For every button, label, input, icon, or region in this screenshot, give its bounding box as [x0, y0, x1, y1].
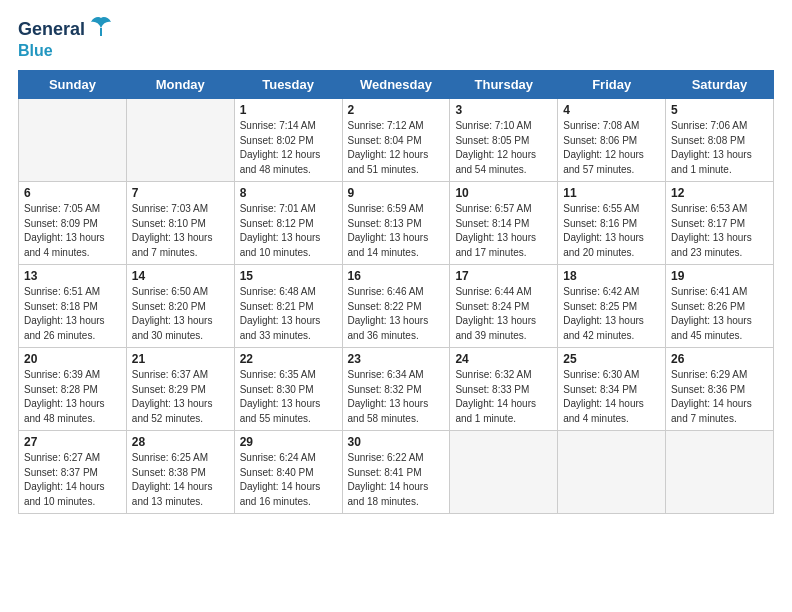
header: General Blue — [18, 18, 774, 60]
day-info: Sunrise: 7:08 AMSunset: 8:06 PMDaylight:… — [563, 119, 660, 177]
calendar-cell: 8Sunrise: 7:01 AMSunset: 8:12 PMDaylight… — [234, 182, 342, 265]
calendar-cell: 6Sunrise: 7:05 AMSunset: 8:09 PMDaylight… — [19, 182, 127, 265]
day-info: Sunrise: 6:48 AMSunset: 8:21 PMDaylight:… — [240, 285, 337, 343]
day-number: 25 — [563, 352, 660, 366]
day-number: 22 — [240, 352, 337, 366]
day-number: 28 — [132, 435, 229, 449]
day-info: Sunrise: 6:29 AMSunset: 8:36 PMDaylight:… — [671, 368, 768, 426]
day-info: Sunrise: 6:55 AMSunset: 8:16 PMDaylight:… — [563, 202, 660, 260]
day-number: 20 — [24, 352, 121, 366]
day-number: 9 — [348, 186, 445, 200]
weekday-monday: Monday — [126, 71, 234, 99]
day-number: 5 — [671, 103, 768, 117]
week-row-5: 27Sunrise: 6:27 AMSunset: 8:37 PMDayligh… — [19, 431, 774, 514]
calendar-table: SundayMondayTuesdayWednesdayThursdayFrid… — [18, 70, 774, 514]
weekday-thursday: Thursday — [450, 71, 558, 99]
day-info: Sunrise: 6:25 AMSunset: 8:38 PMDaylight:… — [132, 451, 229, 509]
logo-general: General — [18, 20, 85, 40]
day-number: 1 — [240, 103, 337, 117]
calendar-cell: 24Sunrise: 6:32 AMSunset: 8:33 PMDayligh… — [450, 348, 558, 431]
day-number: 18 — [563, 269, 660, 283]
day-info: Sunrise: 6:32 AMSunset: 8:33 PMDaylight:… — [455, 368, 552, 426]
day-number: 21 — [132, 352, 229, 366]
day-info: Sunrise: 6:27 AMSunset: 8:37 PMDaylight:… — [24, 451, 121, 509]
day-info: Sunrise: 7:12 AMSunset: 8:04 PMDaylight:… — [348, 119, 445, 177]
week-row-4: 20Sunrise: 6:39 AMSunset: 8:28 PMDayligh… — [19, 348, 774, 431]
day-number: 17 — [455, 269, 552, 283]
day-number: 12 — [671, 186, 768, 200]
day-number: 14 — [132, 269, 229, 283]
day-info: Sunrise: 6:50 AMSunset: 8:20 PMDaylight:… — [132, 285, 229, 343]
day-info: Sunrise: 6:41 AMSunset: 8:26 PMDaylight:… — [671, 285, 768, 343]
calendar-cell: 23Sunrise: 6:34 AMSunset: 8:32 PMDayligh… — [342, 348, 450, 431]
day-number: 11 — [563, 186, 660, 200]
day-info: Sunrise: 6:30 AMSunset: 8:34 PMDaylight:… — [563, 368, 660, 426]
day-info: Sunrise: 7:01 AMSunset: 8:12 PMDaylight:… — [240, 202, 337, 260]
day-number: 4 — [563, 103, 660, 117]
day-info: Sunrise: 7:03 AMSunset: 8:10 PMDaylight:… — [132, 202, 229, 260]
weekday-saturday: Saturday — [666, 71, 774, 99]
day-info: Sunrise: 6:35 AMSunset: 8:30 PMDaylight:… — [240, 368, 337, 426]
calendar-cell: 19Sunrise: 6:41 AMSunset: 8:26 PMDayligh… — [666, 265, 774, 348]
calendar-cell — [558, 431, 666, 514]
day-info: Sunrise: 6:51 AMSunset: 8:18 PMDaylight:… — [24, 285, 121, 343]
logo-blue: Blue — [18, 42, 53, 59]
weekday-wednesday: Wednesday — [342, 71, 450, 99]
calendar-cell — [666, 431, 774, 514]
day-info: Sunrise: 6:24 AMSunset: 8:40 PMDaylight:… — [240, 451, 337, 509]
weekday-tuesday: Tuesday — [234, 71, 342, 99]
day-number: 8 — [240, 186, 337, 200]
calendar-cell — [19, 99, 127, 182]
day-info: Sunrise: 6:57 AMSunset: 8:14 PMDaylight:… — [455, 202, 552, 260]
calendar-cell: 4Sunrise: 7:08 AMSunset: 8:06 PMDaylight… — [558, 99, 666, 182]
calendar-cell: 14Sunrise: 6:50 AMSunset: 8:20 PMDayligh… — [126, 265, 234, 348]
calendar-cell: 9Sunrise: 6:59 AMSunset: 8:13 PMDaylight… — [342, 182, 450, 265]
day-info: Sunrise: 6:34 AMSunset: 8:32 PMDaylight:… — [348, 368, 445, 426]
day-number: 19 — [671, 269, 768, 283]
calendar-cell: 12Sunrise: 6:53 AMSunset: 8:17 PMDayligh… — [666, 182, 774, 265]
calendar-cell: 5Sunrise: 7:06 AMSunset: 8:08 PMDaylight… — [666, 99, 774, 182]
day-number: 23 — [348, 352, 445, 366]
day-number: 26 — [671, 352, 768, 366]
day-info: Sunrise: 6:37 AMSunset: 8:29 PMDaylight:… — [132, 368, 229, 426]
day-info: Sunrise: 6:22 AMSunset: 8:41 PMDaylight:… — [348, 451, 445, 509]
calendar-cell: 17Sunrise: 6:44 AMSunset: 8:24 PMDayligh… — [450, 265, 558, 348]
day-number: 2 — [348, 103, 445, 117]
day-number: 3 — [455, 103, 552, 117]
day-info: Sunrise: 7:10 AMSunset: 8:05 PMDaylight:… — [455, 119, 552, 177]
calendar-cell: 21Sunrise: 6:37 AMSunset: 8:29 PMDayligh… — [126, 348, 234, 431]
page: General Blue SundayMondayTuesdayWednesda… — [0, 0, 792, 524]
day-info: Sunrise: 6:59 AMSunset: 8:13 PMDaylight:… — [348, 202, 445, 260]
day-number: 27 — [24, 435, 121, 449]
calendar-cell: 15Sunrise: 6:48 AMSunset: 8:21 PMDayligh… — [234, 265, 342, 348]
calendar-cell: 7Sunrise: 7:03 AMSunset: 8:10 PMDaylight… — [126, 182, 234, 265]
logo: General Blue — [18, 18, 115, 60]
calendar-cell: 10Sunrise: 6:57 AMSunset: 8:14 PMDayligh… — [450, 182, 558, 265]
weekday-header-row: SundayMondayTuesdayWednesdayThursdayFrid… — [19, 71, 774, 99]
day-info: Sunrise: 6:42 AMSunset: 8:25 PMDaylight:… — [563, 285, 660, 343]
week-row-2: 6Sunrise: 7:05 AMSunset: 8:09 PMDaylight… — [19, 182, 774, 265]
day-number: 7 — [132, 186, 229, 200]
calendar-cell: 16Sunrise: 6:46 AMSunset: 8:22 PMDayligh… — [342, 265, 450, 348]
calendar-cell: 1Sunrise: 7:14 AMSunset: 8:02 PMDaylight… — [234, 99, 342, 182]
calendar-cell: 13Sunrise: 6:51 AMSunset: 8:18 PMDayligh… — [19, 265, 127, 348]
day-info: Sunrise: 6:44 AMSunset: 8:24 PMDaylight:… — [455, 285, 552, 343]
calendar-cell: 26Sunrise: 6:29 AMSunset: 8:36 PMDayligh… — [666, 348, 774, 431]
day-info: Sunrise: 7:06 AMSunset: 8:08 PMDaylight:… — [671, 119, 768, 177]
calendar-cell: 2Sunrise: 7:12 AMSunset: 8:04 PMDaylight… — [342, 99, 450, 182]
day-info: Sunrise: 6:53 AMSunset: 8:17 PMDaylight:… — [671, 202, 768, 260]
day-number: 15 — [240, 269, 337, 283]
week-row-1: 1Sunrise: 7:14 AMSunset: 8:02 PMDaylight… — [19, 99, 774, 182]
calendar-cell: 25Sunrise: 6:30 AMSunset: 8:34 PMDayligh… — [558, 348, 666, 431]
day-info: Sunrise: 7:05 AMSunset: 8:09 PMDaylight:… — [24, 202, 121, 260]
calendar-cell: 28Sunrise: 6:25 AMSunset: 8:38 PMDayligh… — [126, 431, 234, 514]
day-info: Sunrise: 7:14 AMSunset: 8:02 PMDaylight:… — [240, 119, 337, 177]
logo-bird-icon — [87, 14, 115, 42]
weekday-friday: Friday — [558, 71, 666, 99]
week-row-3: 13Sunrise: 6:51 AMSunset: 8:18 PMDayligh… — [19, 265, 774, 348]
calendar-cell: 22Sunrise: 6:35 AMSunset: 8:30 PMDayligh… — [234, 348, 342, 431]
day-number: 16 — [348, 269, 445, 283]
day-number: 24 — [455, 352, 552, 366]
day-number: 10 — [455, 186, 552, 200]
weekday-sunday: Sunday — [19, 71, 127, 99]
